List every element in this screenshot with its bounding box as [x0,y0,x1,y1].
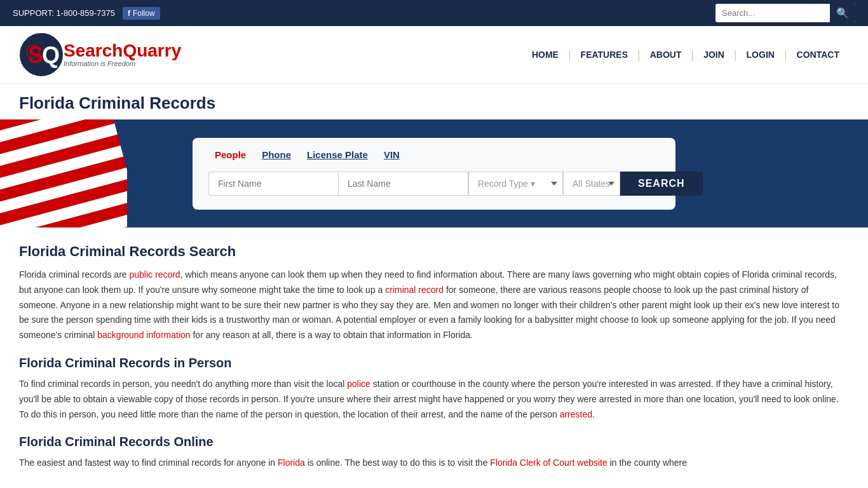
top-search-button[interactable]: 🔍 [830,4,855,22]
logo-text: SearchQuarry Information is Freedom [64,42,181,67]
svg-text:Q: Q [42,42,60,68]
fb-follow-button[interactable]: Follow [123,7,160,20]
section3-paragraph: The easiest and fastest way to find crim… [19,456,849,471]
tab-people[interactable]: People [215,149,246,160]
page-title-area: Florida Criminal Records [0,84,868,119]
link-arrested[interactable]: arrested. [560,409,595,419]
logo-icon: S Q [19,32,64,77]
main-nav: HOME | FEATURES | ABOUT | JOIN | LOGIN |… [522,48,849,62]
section2-title: Florida Criminal Records in Person [19,356,849,370]
search-tabs: People Phone License Plate VIN [208,149,660,160]
nav-contact[interactable]: CONTACT [787,50,849,60]
link-police[interactable]: police [347,379,370,389]
page-title: Florida Criminal Records [19,93,849,113]
record-type-select[interactable]: Record Type ▾ Criminal Records Backgroun… [468,172,563,196]
last-name-input[interactable] [338,172,468,196]
flag-stripes [0,119,127,227]
fb-follow-label: Follow [133,9,155,18]
nav-home[interactable]: HOME [522,50,568,60]
support-text: SUPPORT: 1-800-859-7375 [13,8,115,18]
state-select[interactable]: All States Florida California Texas [563,172,620,196]
tab-phone[interactable]: Phone [262,149,291,160]
logo-quarry: Quarry [123,41,181,60]
section1-title: Florida Criminal Records Search [19,243,849,260]
first-name-input[interactable] [208,172,338,196]
flag-decor: ★ ★ ★ ★ ★ ★ ★ ★ ★ ★ ★ ★ [0,119,127,227]
search-box: People Phone License Plate VIN Record Ty… [193,138,675,210]
section1-paragraph: Florida criminal records are public reco… [19,268,849,343]
nav-login[interactable]: LOGIN [737,50,784,60]
search-inputs-row: Record Type ▾ Criminal Records Backgroun… [208,172,660,196]
logo-tagline: Information is Freedom [64,60,181,67]
tab-vin[interactable]: VIN [384,149,400,160]
top-bar-left: SUPPORT: 1-800-859-7375 Follow [13,7,160,20]
nav-features[interactable]: FEATURES [571,50,637,60]
link-public-record[interactable]: public record [130,269,180,280]
nav-join[interactable]: JOIN [694,50,734,60]
link-criminal-record[interactable]: criminal record [385,285,444,295]
section2-paragraph: To find criminal records in person, you … [19,377,849,422]
nav-about[interactable]: ABOUT [641,50,691,60]
logo-area: S Q SearchQuarry Information is Freedom [19,32,181,77]
content-area: Florida Criminal Records Search Florida … [0,227,868,488]
header: S Q SearchQuarry Information is Freedom … [0,26,868,84]
link-background-information[interactable]: background information [97,330,190,340]
logo-name: SearchQuarry [64,42,181,60]
link-florida-clerk[interactable]: Florida Clerk of Court website [490,458,607,468]
section3-title: Florida Criminal Records Online [19,435,849,449]
link-florida[interactable]: Florida [278,458,305,468]
top-search-input[interactable] [715,5,830,21]
logo-search: Search [64,41,123,60]
hero-banner: ★ ★ ★ ★ ★ ★ ★ ★ ★ ★ ★ ★ [0,119,868,227]
tab-license-plate[interactable]: License Plate [307,149,368,160]
top-search-bar[interactable]: 🔍 [715,4,855,22]
top-bar: SUPPORT: 1-800-859-7375 Follow 🔍 [0,0,868,26]
search-button[interactable]: SEARCH [620,172,703,196]
